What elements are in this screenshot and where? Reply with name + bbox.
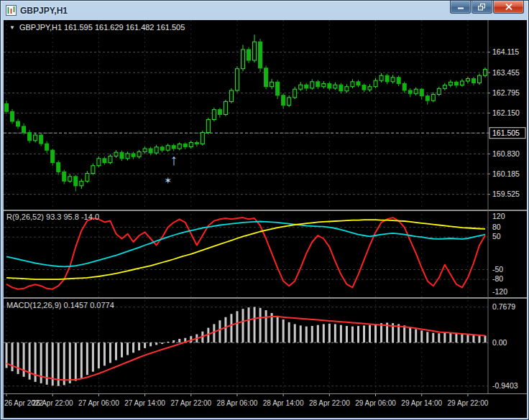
- candle: [224, 101, 227, 114]
- candle: [351, 82, 354, 87]
- candle: [282, 95, 285, 106]
- candle: [322, 83, 326, 86]
- candle: [120, 152, 124, 159]
- window-title: GBPJPY,H1: [20, 6, 68, 16]
- svg-text:162.795: 162.795: [492, 88, 520, 97]
- window-titlebar[interactable]: GBPJPY,H1: [1, 1, 528, 20]
- candle: [17, 121, 20, 126]
- candle: [460, 81, 464, 85]
- candle: [143, 149, 147, 151]
- candle: [356, 82, 360, 85]
- candle: [126, 154, 129, 159]
- close-button[interactable]: [493, 1, 524, 14]
- candle: [172, 146, 175, 149]
- candle: [74, 177, 78, 186]
- candle: [270, 82, 274, 86]
- candle: [328, 83, 331, 88]
- wpr-indicator-label: R(9,26,52) 93.3 95.8 -14.0: [6, 213, 99, 222]
- candle: [189, 142, 193, 146]
- candle: [368, 87, 372, 90]
- svg-text:163.455: 163.455: [492, 68, 520, 77]
- candle: [235, 69, 239, 90]
- candle: [402, 83, 406, 90]
- candle: [420, 89, 423, 95]
- candle: [408, 90, 412, 93]
- svg-text:80: 80: [492, 223, 501, 231]
- candle: [34, 135, 37, 141]
- candle: [414, 89, 418, 93]
- svg-text:27 Apr 22:00: 27 Apr 22:00: [170, 399, 211, 407]
- candle: [132, 154, 135, 157]
- candle: [114, 152, 118, 156]
- svg-text:159.525: 159.525: [492, 190, 520, 198]
- candle: [443, 85, 446, 89]
- candle: [166, 146, 170, 150]
- quote-text: GBPJPY,H1 161.595 161.629 161.482 161.50…: [19, 23, 185, 32]
- restore-icon: [478, 4, 486, 11]
- svg-text:27 Apr 06:00: 27 Apr 06:00: [78, 399, 119, 407]
- svg-text:120: 120: [492, 212, 505, 220]
- candle: [109, 156, 112, 162]
- candle: [206, 119, 210, 132]
- candle: [28, 133, 32, 141]
- svg-text:29 Apr 06:00: 29 Apr 06:00: [355, 399, 396, 407]
- candle: [218, 110, 221, 115]
- svg-text:50: 50: [492, 232, 501, 241]
- svg-text:160.185: 160.185: [492, 169, 520, 178]
- svg-text:-0.9403: -0.9403: [492, 381, 518, 390]
- candle: [339, 85, 343, 91]
- svg-text:0.7679: 0.7679: [492, 302, 515, 311]
- candle: [299, 85, 303, 89]
- window-controls: [450, 1, 524, 14]
- svg-text:-80: -80: [492, 274, 503, 283]
- candle: [155, 147, 158, 153]
- candle: [454, 82, 458, 85]
- svg-text:29 Apr 14:00: 29 Apr 14:00: [401, 399, 442, 407]
- candle: [212, 110, 216, 120]
- chart-window-icon: [6, 5, 17, 16]
- candle: [288, 98, 291, 106]
- candle: [305, 85, 308, 88]
- candle: [345, 87, 349, 91]
- candle: [51, 150, 55, 162]
- svg-text:161.505: 161.505: [492, 129, 520, 137]
- candle: [22, 126, 26, 133]
- candle: [293, 89, 297, 98]
- candle: [431, 95, 435, 101]
- candle: [264, 68, 268, 87]
- svg-text:-50: -50: [492, 265, 503, 274]
- restore-button[interactable]: [472, 1, 492, 14]
- candle: [57, 162, 60, 172]
- candle: [466, 79, 469, 81]
- quote-info-bar: ▼ GBPJPY,H1 161.595 161.629 161.482 161.…: [9, 23, 185, 32]
- chart-window: GBPJPY,H1 ↑✶164.115163.45516: [0, 0, 529, 420]
- svg-text:28 Apr 06:00: 28 Apr 06:00: [217, 399, 258, 407]
- minimize-button[interactable]: [450, 1, 471, 14]
- svg-text:26 Apr 22:00: 26 Apr 22:00: [32, 399, 73, 407]
- candle: [86, 174, 89, 182]
- candle: [397, 78, 400, 84]
- candle: [437, 88, 441, 94]
- candle: [103, 159, 106, 163]
- candle: [276, 82, 280, 95]
- quote-dropdown-icon[interactable]: ▼: [9, 23, 15, 32]
- candle: [160, 147, 164, 150]
- candle: [253, 42, 257, 60]
- candle: [448, 82, 452, 85]
- star-marker: ✶: [164, 175, 172, 186]
- chart-client-area: ↑✶164.115163.455162.795162.150160.830160…: [4, 20, 527, 418]
- svg-text:0.00: 0.00: [492, 338, 507, 347]
- svg-text:162.150: 162.150: [492, 108, 520, 117]
- svg-text:28 Apr 14:00: 28 Apr 14:00: [263, 399, 304, 407]
- candle: [183, 144, 187, 147]
- candle: [483, 70, 487, 76]
- minimize-icon: [457, 4, 464, 10]
- candle: [91, 166, 95, 174]
- candle: [178, 144, 181, 149]
- candle: [472, 79, 475, 83]
- svg-text:160.830: 160.830: [492, 149, 520, 158]
- candle: [5, 103, 9, 111]
- candle: [40, 135, 43, 144]
- candle: [195, 142, 198, 144]
- svg-text:29 Apr 22:00: 29 Apr 22:00: [448, 399, 489, 407]
